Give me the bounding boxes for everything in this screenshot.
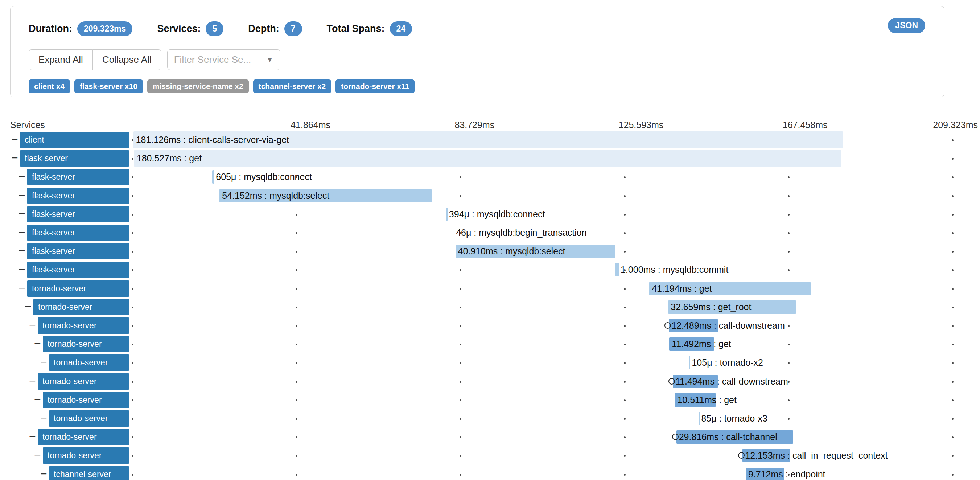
service-label[interactable]: flask-server (27, 206, 129, 222)
span-bar[interactable] (746, 468, 784, 480)
service-label[interactable]: tornado-server (43, 392, 129, 408)
filter-service-placeholder: Filter Service Se... (174, 54, 251, 65)
service-label[interactable]: flask-server (27, 243, 129, 259)
service-label[interactable]: flask-server (20, 150, 129, 166)
grid-dot (296, 214, 298, 215)
expand-all-button[interactable]: Expand All (29, 49, 93, 70)
grid-dot (296, 232, 298, 234)
collapse-toggle[interactable]: − (11, 131, 18, 149)
span-row: −tornado-server41.194ms : get (0, 279, 980, 298)
service-label[interactable]: client (20, 132, 129, 148)
span-row: −tornado-server11.494ms : call-downstrea… (0, 372, 980, 391)
span-row: −flask-server54.152ms : mysqldb:select (0, 187, 980, 205)
service-label[interactable]: tornado-server (27, 281, 129, 297)
grid-dot (952, 325, 953, 327)
collapse-toggle[interactable]: − (34, 446, 41, 465)
span-bar[interactable] (615, 263, 619, 276)
grid-dot (132, 418, 134, 420)
collapse-all-button[interactable]: Collapse All (92, 49, 161, 70)
collapse-toggle[interactable]: − (19, 223, 25, 242)
grid-dot (788, 381, 789, 383)
span-bar[interactable] (676, 430, 793, 444)
collapse-toggle[interactable]: − (29, 372, 36, 391)
span-bar[interactable] (212, 170, 215, 183)
service-tag[interactable]: client x4 (29, 80, 70, 93)
span-bar[interactable] (134, 150, 842, 167)
span-bar[interactable] (689, 356, 690, 369)
service-tags: client x4flask-server x10missing-service… (29, 80, 928, 93)
collapse-toggle[interactable]: − (29, 316, 36, 335)
service-label[interactable]: tchannel-server (49, 466, 129, 480)
service-label[interactable]: tornado-server (43, 447, 129, 464)
services-column-header: Services (10, 120, 45, 130)
service-tag[interactable]: tornado-server x11 (336, 80, 415, 93)
stat-group: Depth:7 (248, 21, 302, 36)
collapse-toggle[interactable]: − (19, 167, 25, 186)
span-bar[interactable] (134, 131, 843, 148)
service-label[interactable]: tornado-server (43, 336, 129, 352)
span-bar[interactable] (743, 449, 790, 462)
span-bar[interactable] (669, 337, 714, 351)
collapse-toggle[interactable]: − (19, 205, 25, 223)
grid-dot (296, 418, 298, 420)
filter-service-select[interactable]: Filter Service Se... ▼ (167, 49, 280, 70)
span-bar[interactable] (446, 207, 447, 221)
grid-dot (460, 455, 461, 457)
service-label[interactable]: tornado-server (33, 299, 129, 315)
span-row: −flask-server605μ : mysqldb:connect (0, 167, 980, 186)
span-row: −tornado-server11.492ms : get (0, 335, 980, 353)
collapse-toggle[interactable]: − (34, 391, 41, 409)
span-bar[interactable] (668, 300, 796, 314)
service-tag[interactable]: missing-service-name x2 (147, 80, 249, 93)
service-label[interactable]: tornado-server (38, 429, 129, 445)
grid-dot (296, 288, 298, 290)
collapse-toggle[interactable]: − (25, 298, 32, 316)
service-label[interactable]: tornado-server (49, 354, 129, 371)
grid-dot (952, 176, 953, 178)
grid-dot (460, 288, 461, 290)
json-button[interactable]: JSON (888, 18, 925, 33)
collapse-toggle[interactable]: − (19, 242, 25, 260)
collapse-toggle[interactable]: − (19, 279, 25, 298)
service-label[interactable]: flask-server (27, 262, 129, 278)
collapse-toggle[interactable]: − (19, 260, 25, 279)
collapse-toggle[interactable]: − (40, 409, 47, 428)
grid-dot (296, 344, 298, 345)
span-text: 394μ : mysqldb:connect (449, 205, 545, 223)
span-row: −tornado-server105μ : tornado-x2 (0, 353, 980, 372)
collapse-toggle[interactable]: − (40, 465, 47, 480)
grid-dot (952, 195, 953, 197)
service-label[interactable]: flask-server (27, 188, 129, 204)
span-bar[interactable] (669, 319, 718, 332)
grid-dot (296, 269, 298, 271)
time-tick-label: 209.323ms (933, 120, 978, 130)
span-bar[interactable] (649, 282, 811, 295)
collapse-toggle[interactable]: − (29, 428, 36, 446)
span-bar[interactable] (675, 393, 716, 407)
span-bar[interactable] (699, 412, 700, 425)
collapse-toggle[interactable]: − (19, 187, 25, 205)
service-label[interactable]: flask-server (27, 225, 129, 241)
grid-dot (788, 474, 789, 476)
grid-dot (624, 306, 626, 308)
grid-dot (624, 399, 626, 401)
trace-controls: Expand All Collapse All Filter Service S… (29, 49, 928, 70)
service-label[interactable]: tornado-server (38, 373, 129, 390)
span-bar[interactable] (220, 189, 432, 203)
span-text: 1.000ms : mysqldb:commit (620, 260, 728, 279)
grid-dot (460, 344, 461, 345)
service-label[interactable]: tornado-server (38, 317, 129, 334)
service-tag[interactable]: flask-server x10 (74, 80, 143, 93)
grid-dot (788, 399, 789, 401)
collapse-toggle[interactable]: − (34, 335, 41, 353)
grid-dot (788, 418, 789, 420)
service-tag[interactable]: tchannel-server x2 (253, 80, 331, 93)
collapse-toggle[interactable]: − (11, 149, 18, 167)
service-label[interactable]: flask-server (27, 169, 129, 185)
collapse-toggle[interactable]: − (40, 353, 47, 372)
span-bar[interactable] (455, 244, 616, 258)
service-label[interactable]: tornado-server (49, 410, 129, 427)
trace-summary-card: Duration:209.323msServices:5Depth:7Total… (10, 6, 945, 97)
span-bar[interactable] (454, 226, 455, 239)
span-bar[interactable] (673, 375, 718, 388)
